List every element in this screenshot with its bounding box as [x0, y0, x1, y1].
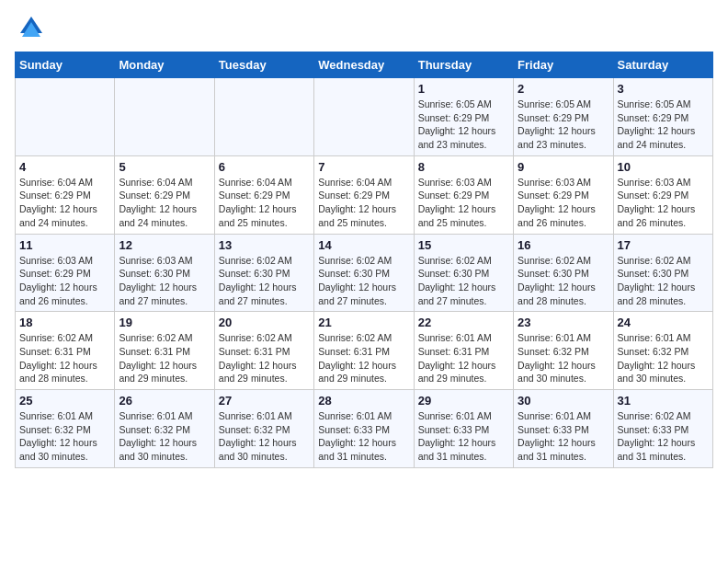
calendar-day-cell: 31Sunrise: 6:02 AM Sunset: 6:33 PM Dayli… — [613, 390, 712, 468]
day-number: 25 — [19, 394, 110, 408]
day-number: 10 — [618, 160, 709, 174]
day-number: 8 — [418, 160, 509, 174]
calendar-day-cell: 22Sunrise: 6:01 AM Sunset: 6:31 PM Dayli… — [414, 312, 513, 390]
day-of-week-header: Monday — [115, 52, 214, 78]
day-number: 22 — [418, 316, 509, 329]
calendar-day-cell — [115, 78, 214, 156]
day-number: 11 — [19, 238, 110, 252]
day-number: 27 — [219, 394, 310, 408]
calendar-day-cell: 17Sunrise: 6:02 AM Sunset: 6:30 PM Dayli… — [613, 234, 712, 312]
calendar-day-cell: 27Sunrise: 6:01 AM Sunset: 6:32 PM Dayli… — [214, 390, 313, 468]
calendar-day-cell — [16, 78, 115, 156]
calendar-day-cell: 9Sunrise: 6:03 AM Sunset: 6:29 PM Daylig… — [514, 155, 613, 234]
calendar-day-cell: 5Sunrise: 6:04 AM Sunset: 6:29 PM Daylig… — [115, 155, 214, 234]
day-info: Sunrise: 6:01 AM Sunset: 6:33 PM Dayligh… — [518, 409, 609, 464]
calendar-day-cell: 10Sunrise: 6:03 AM Sunset: 6:29 PM Dayli… — [613, 155, 712, 234]
calendar-day-cell: 19Sunrise: 6:02 AM Sunset: 6:31 PM Dayli… — [115, 312, 214, 390]
day-info: Sunrise: 6:02 AM Sunset: 6:30 PM Dayligh… — [518, 254, 609, 308]
calendar-day-cell: 14Sunrise: 6:02 AM Sunset: 6:30 PM Dayli… — [314, 234, 414, 312]
day-info: Sunrise: 6:02 AM Sunset: 6:33 PM Dayligh… — [618, 409, 709, 464]
day-number: 24 — [618, 316, 709, 329]
day-info: Sunrise: 6:04 AM Sunset: 6:29 PM Dayligh… — [19, 176, 110, 230]
day-info: Sunrise: 6:04 AM Sunset: 6:29 PM Dayligh… — [119, 176, 210, 230]
calendar-header-row: SundayMondayTuesdayWednesdayThursdayFrid… — [16, 52, 713, 78]
calendar-day-cell: 2Sunrise: 6:05 AM Sunset: 6:29 PM Daylig… — [514, 78, 613, 156]
day-info: Sunrise: 6:01 AM Sunset: 6:33 PM Dayligh… — [318, 409, 409, 464]
day-of-week-header: Sunday — [16, 52, 115, 78]
day-info: Sunrise: 6:01 AM Sunset: 6:32 PM Dayligh… — [119, 409, 210, 464]
day-number: 17 — [618, 238, 709, 252]
calendar-week-row: 25Sunrise: 6:01 AM Sunset: 6:32 PM Dayli… — [16, 390, 713, 468]
day-of-week-header: Thursday — [414, 52, 513, 78]
day-of-week-header: Wednesday — [314, 52, 414, 78]
calendar-day-cell: 30Sunrise: 6:01 AM Sunset: 6:33 PM Dayli… — [514, 390, 613, 468]
day-info: Sunrise: 6:04 AM Sunset: 6:29 PM Dayligh… — [219, 176, 310, 230]
day-info: Sunrise: 6:01 AM Sunset: 6:32 PM Dayligh… — [618, 331, 709, 385]
calendar-day-cell: 1Sunrise: 6:05 AM Sunset: 6:29 PM Daylig… — [414, 78, 513, 156]
calendar-day-cell: 28Sunrise: 6:01 AM Sunset: 6:33 PM Dayli… — [314, 390, 414, 468]
day-number: 3 — [618, 82, 709, 96]
calendar-week-row: 4Sunrise: 6:04 AM Sunset: 6:29 PM Daylig… — [16, 155, 713, 234]
day-number: 12 — [119, 238, 210, 252]
calendar-day-cell: 26Sunrise: 6:01 AM Sunset: 6:32 PM Dayli… — [115, 390, 214, 468]
day-number: 18 — [19, 316, 110, 329]
day-of-week-header: Tuesday — [214, 52, 313, 78]
day-info: Sunrise: 6:01 AM Sunset: 6:31 PM Dayligh… — [418, 331, 509, 385]
calendar-day-cell: 29Sunrise: 6:01 AM Sunset: 6:33 PM Dayli… — [414, 390, 513, 468]
calendar-week-row: 11Sunrise: 6:03 AM Sunset: 6:29 PM Dayli… — [16, 234, 713, 312]
calendar-week-row: 1Sunrise: 6:05 AM Sunset: 6:29 PM Daylig… — [16, 78, 713, 156]
day-number: 21 — [318, 316, 409, 329]
calendar-day-cell: 11Sunrise: 6:03 AM Sunset: 6:29 PM Dayli… — [16, 234, 115, 312]
day-number: 20 — [219, 316, 310, 329]
logo — [15, 15, 44, 40]
day-number: 29 — [418, 394, 509, 408]
day-info: Sunrise: 6:05 AM Sunset: 6:29 PM Dayligh… — [618, 98, 709, 152]
calendar-day-cell: 15Sunrise: 6:02 AM Sunset: 6:30 PM Dayli… — [414, 234, 513, 312]
day-info: Sunrise: 6:02 AM Sunset: 6:30 PM Dayligh… — [318, 254, 409, 308]
day-info: Sunrise: 6:01 AM Sunset: 6:32 PM Dayligh… — [219, 409, 310, 464]
calendar-day-cell: 3Sunrise: 6:05 AM Sunset: 6:29 PM Daylig… — [613, 78, 712, 156]
calendar-day-cell — [214, 78, 313, 156]
day-info: Sunrise: 6:03 AM Sunset: 6:29 PM Dayligh… — [518, 176, 609, 230]
day-number: 2 — [518, 82, 609, 96]
day-info: Sunrise: 6:02 AM Sunset: 6:31 PM Dayligh… — [219, 331, 310, 385]
day-number: 26 — [119, 394, 210, 408]
day-info: Sunrise: 6:05 AM Sunset: 6:29 PM Dayligh… — [518, 98, 609, 152]
calendar-day-cell: 24Sunrise: 6:01 AM Sunset: 6:32 PM Dayli… — [613, 312, 712, 390]
day-info: Sunrise: 6:02 AM Sunset: 6:30 PM Dayligh… — [618, 254, 709, 308]
day-number: 7 — [318, 160, 409, 174]
day-number: 4 — [19, 160, 110, 174]
day-number: 13 — [219, 238, 310, 252]
day-number: 16 — [518, 238, 609, 252]
calendar-day-cell: 12Sunrise: 6:03 AM Sunset: 6:30 PM Dayli… — [115, 234, 214, 312]
day-info: Sunrise: 6:01 AM Sunset: 6:33 PM Dayligh… — [418, 409, 509, 464]
calendar-day-cell: 8Sunrise: 6:03 AM Sunset: 6:29 PM Daylig… — [414, 155, 513, 234]
calendar-table: SundayMondayTuesdayWednesdayThursdayFrid… — [15, 52, 713, 468]
day-info: Sunrise: 6:04 AM Sunset: 6:29 PM Dayligh… — [318, 176, 409, 230]
calendar-day-cell: 6Sunrise: 6:04 AM Sunset: 6:29 PM Daylig… — [214, 155, 313, 234]
calendar-day-cell: 25Sunrise: 6:01 AM Sunset: 6:32 PM Dayli… — [16, 390, 115, 468]
calendar-day-cell: 4Sunrise: 6:04 AM Sunset: 6:29 PM Daylig… — [16, 155, 115, 234]
day-number: 19 — [119, 316, 210, 329]
day-info: Sunrise: 6:03 AM Sunset: 6:30 PM Dayligh… — [119, 254, 210, 308]
day-info: Sunrise: 6:05 AM Sunset: 6:29 PM Dayligh… — [418, 98, 509, 152]
calendar-day-cell — [314, 78, 414, 156]
day-info: Sunrise: 6:03 AM Sunset: 6:29 PM Dayligh… — [418, 176, 509, 230]
calendar-day-cell: 18Sunrise: 6:02 AM Sunset: 6:31 PM Dayli… — [16, 312, 115, 390]
day-info: Sunrise: 6:02 AM Sunset: 6:31 PM Dayligh… — [19, 331, 110, 385]
calendar-day-cell: 16Sunrise: 6:02 AM Sunset: 6:30 PM Dayli… — [514, 234, 613, 312]
calendar-week-row: 18Sunrise: 6:02 AM Sunset: 6:31 PM Dayli… — [16, 312, 713, 390]
day-number: 5 — [119, 160, 210, 174]
day-info: Sunrise: 6:01 AM Sunset: 6:32 PM Dayligh… — [19, 409, 110, 464]
calendar-day-cell: 21Sunrise: 6:02 AM Sunset: 6:31 PM Dayli… — [314, 312, 414, 390]
day-number: 23 — [518, 316, 609, 329]
day-number: 9 — [518, 160, 609, 174]
day-info: Sunrise: 6:02 AM Sunset: 6:31 PM Dayligh… — [318, 331, 409, 385]
day-number: 31 — [618, 394, 709, 408]
day-info: Sunrise: 6:03 AM Sunset: 6:29 PM Dayligh… — [618, 176, 709, 230]
day-info: Sunrise: 6:03 AM Sunset: 6:29 PM Dayligh… — [19, 254, 110, 308]
calendar-day-cell: 7Sunrise: 6:04 AM Sunset: 6:29 PM Daylig… — [314, 155, 414, 234]
calendar-day-cell: 13Sunrise: 6:02 AM Sunset: 6:30 PM Dayli… — [214, 234, 313, 312]
day-info: Sunrise: 6:02 AM Sunset: 6:30 PM Dayligh… — [219, 254, 310, 308]
day-of-week-header: Friday — [514, 52, 613, 78]
